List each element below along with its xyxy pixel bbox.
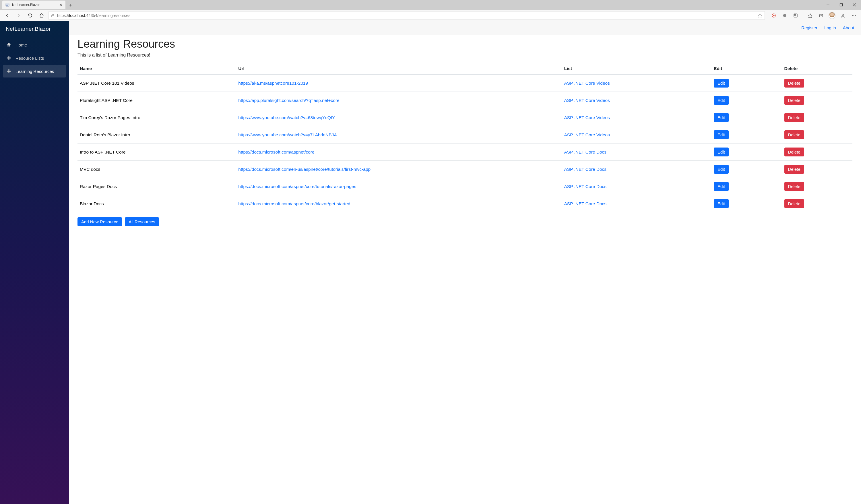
cell-url: https://app.pluralsight.com/search/?q=as…: [236, 92, 562, 109]
edit-button[interactable]: Edit: [714, 113, 729, 122]
table-row: Pluralsight ASP .NET Corehttps://app.plu…: [78, 92, 852, 109]
resource-url-link[interactable]: https://docs.microsoft.com/aspnet/core/t…: [238, 184, 356, 189]
cell-delete: Delete: [782, 144, 852, 161]
window-maximize-button[interactable]: [835, 0, 848, 10]
login-link[interactable]: Log in: [824, 25, 836, 30]
url-scheme: https://: [57, 13, 69, 18]
new-tab-button[interactable]: ＋: [67, 1, 74, 9]
resource-url-link[interactable]: https://docs.microsoft.com/aspnet/core: [238, 150, 314, 154]
app-root: NetLearner.Blazor HomeResource ListsLear…: [0, 21, 861, 504]
bottom-actions: Add New Resource All Resources: [78, 217, 852, 226]
cell-delete: Delete: [782, 109, 852, 126]
resource-url-link[interactable]: https://www.youtube.com/watch?v=68towqYc…: [238, 115, 334, 120]
col-list: List: [562, 63, 711, 74]
nav-back-button[interactable]: [2, 11, 12, 20]
extension-icon-2[interactable]: [780, 11, 790, 20]
window-close-button[interactable]: [848, 0, 861, 10]
resource-url-link[interactable]: https://docs.microsoft.com/aspnet/core/b…: [238, 201, 350, 206]
collections-button[interactable]: [816, 11, 826, 20]
sidebar: NetLearner.Blazor HomeResource ListsLear…: [0, 21, 69, 504]
tab-close-icon[interactable]: ✕: [59, 3, 63, 7]
plus-icon: [6, 55, 12, 60]
svg-point-20: [855, 15, 856, 15]
sidebar-item-resource-lists[interactable]: Resource Lists: [3, 52, 66, 64]
window-minimize-button[interactable]: [821, 0, 835, 10]
edit-button[interactable]: Edit: [714, 165, 729, 174]
sidebar-item-learning-resources[interactable]: Learning Resources: [3, 65, 66, 78]
cell-list: ASP .NET Core Docs: [562, 178, 711, 195]
delete-button[interactable]: Delete: [784, 182, 804, 191]
favorites-button[interactable]: [805, 11, 815, 20]
table-row: Daniel Roth's Blazor Introhttps://www.yo…: [78, 126, 852, 144]
toolbar-right-icons: [769, 11, 859, 20]
tab-title: NetLearner.Blazor: [12, 3, 57, 7]
resource-list-link[interactable]: ASP .NET Core Videos: [564, 132, 610, 137]
resource-list-link[interactable]: ASP .NET Core Videos: [564, 115, 610, 120]
lock-icon: [51, 13, 55, 17]
resource-url-link[interactable]: https://app.pluralsight.com/search/?q=as…: [238, 98, 339, 103]
edit-button[interactable]: Edit: [714, 182, 729, 191]
brand-title[interactable]: NetLearner.Blazor: [0, 21, 69, 37]
all-resources-button[interactable]: All Resources: [125, 217, 159, 226]
delete-button[interactable]: Delete: [784, 79, 804, 87]
address-bar[interactable]: https://localhost:44354/learningresource…: [48, 11, 765, 20]
resource-list-link[interactable]: ASP .NET Core Videos: [564, 98, 610, 103]
home-icon: [6, 42, 12, 47]
resource-url-link[interactable]: https://www.youtube.com/watch?v=y7LAbdoN…: [238, 132, 337, 137]
cell-delete: Delete: [782, 161, 852, 178]
nav-home-button[interactable]: [37, 11, 46, 20]
sidebar-item-label: Learning Resources: [15, 69, 54, 74]
table-row: ASP .NET Core 101 Videoshttps://aka.ms/a…: [78, 74, 852, 92]
nav-refresh-button[interactable]: [25, 11, 35, 20]
profile-avatar[interactable]: [827, 11, 837, 20]
edit-button[interactable]: Edit: [714, 148, 729, 156]
sidebar-item-home[interactable]: Home: [3, 39, 66, 51]
register-link[interactable]: Register: [801, 25, 817, 30]
extension-icon-4[interactable]: [838, 11, 848, 20]
cell-edit: Edit: [711, 126, 782, 144]
svg-rect-5: [840, 4, 843, 6]
delete-button[interactable]: Delete: [784, 96, 804, 105]
resource-list-link[interactable]: ASP .NET Core Videos: [564, 81, 610, 85]
edit-button[interactable]: Edit: [714, 199, 729, 208]
delete-button[interactable]: Delete: [784, 130, 804, 139]
add-new-resource-button[interactable]: Add New Resource: [78, 217, 122, 226]
resource-list-link[interactable]: ASP .NET Core Docs: [564, 184, 606, 189]
cell-list: ASP .NET Core Videos: [562, 74, 711, 92]
resource-list-link[interactable]: ASP .NET Core Docs: [564, 150, 606, 154]
favorite-star-icon[interactable]: [758, 13, 762, 18]
cell-name: Blazor Docs: [78, 195, 236, 213]
extension-icon-3[interactable]: [791, 11, 801, 20]
about-link[interactable]: About: [843, 25, 854, 30]
favicon-icon: [5, 3, 10, 7]
delete-button[interactable]: Delete: [784, 165, 804, 174]
delete-button[interactable]: Delete: [784, 148, 804, 156]
cell-delete: Delete: [782, 195, 852, 213]
content-wrap: Register Log in About Learning Resources…: [69, 21, 861, 504]
cell-url: https://docs.microsoft.com/aspnet/core/t…: [236, 178, 562, 195]
svg-rect-3: [6, 5, 8, 6]
cell-name: Pluralsight ASP .NET Core: [78, 92, 236, 109]
nav-forward-button[interactable]: [14, 11, 24, 20]
browser-tab[interactable]: NetLearner.Blazor ✕: [2, 1, 66, 9]
cell-url: https://www.youtube.com/watch?v=68towqYc…: [236, 109, 562, 126]
extension-icon-1[interactable]: [769, 11, 779, 20]
edit-button[interactable]: Edit: [714, 130, 729, 139]
delete-button[interactable]: Delete: [784, 199, 804, 208]
svg-rect-22: [7, 58, 11, 58]
cell-url: https://docs.microsoft.com/en-us/aspnet/…: [236, 161, 562, 178]
cell-url: https://docs.microsoft.com/aspnet/core/b…: [236, 195, 562, 213]
cell-name: Razor Pages Docs: [78, 178, 236, 195]
cell-edit: Edit: [711, 161, 782, 178]
delete-button[interactable]: Delete: [784, 113, 804, 122]
edit-button[interactable]: Edit: [714, 96, 729, 105]
resource-url-link[interactable]: https://aka.ms/aspnetcore101-2019: [238, 81, 308, 85]
table-row: Blazor Docshttps://docs.microsoft.com/as…: [78, 195, 852, 213]
resource-list-link[interactable]: ASP .NET Core Docs: [564, 167, 606, 172]
edit-button[interactable]: Edit: [714, 79, 729, 87]
resource-list-link[interactable]: ASP .NET Core Docs: [564, 201, 606, 206]
more-menu-button[interactable]: [849, 11, 859, 20]
page-title: Learning Resources: [78, 38, 852, 50]
cell-list: ASP .NET Core Videos: [562, 109, 711, 126]
resource-url-link[interactable]: https://docs.microsoft.com/en-us/aspnet/…: [238, 167, 370, 172]
